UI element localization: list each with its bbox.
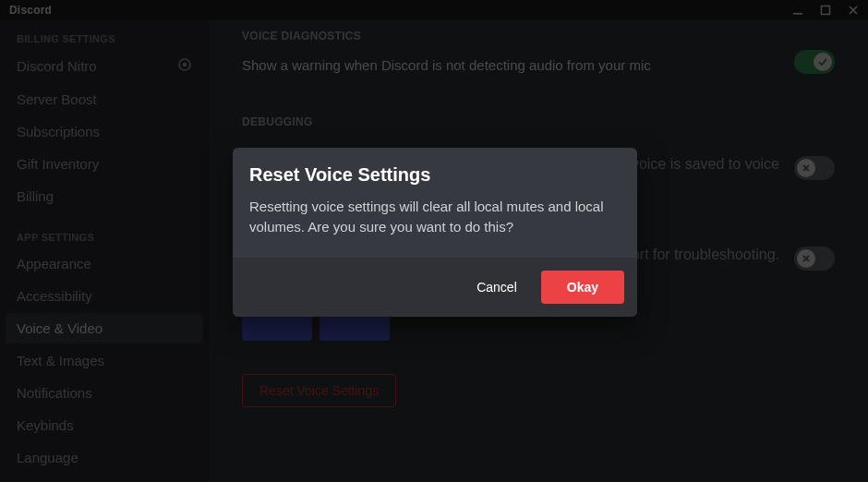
modal-body: Resetting voice settings will clear all … xyxy=(233,191,637,258)
modal-title: Reset Voice Settings xyxy=(249,164,621,186)
modal-header: Reset Voice Settings xyxy=(233,148,637,191)
reset-voice-modal: Reset Voice Settings Resetting voice set… xyxy=(233,148,637,317)
okay-button[interactable]: Okay xyxy=(541,271,624,304)
modal-footer: Cancel Okay xyxy=(233,258,637,317)
cancel-button[interactable]: Cancel xyxy=(471,272,523,302)
